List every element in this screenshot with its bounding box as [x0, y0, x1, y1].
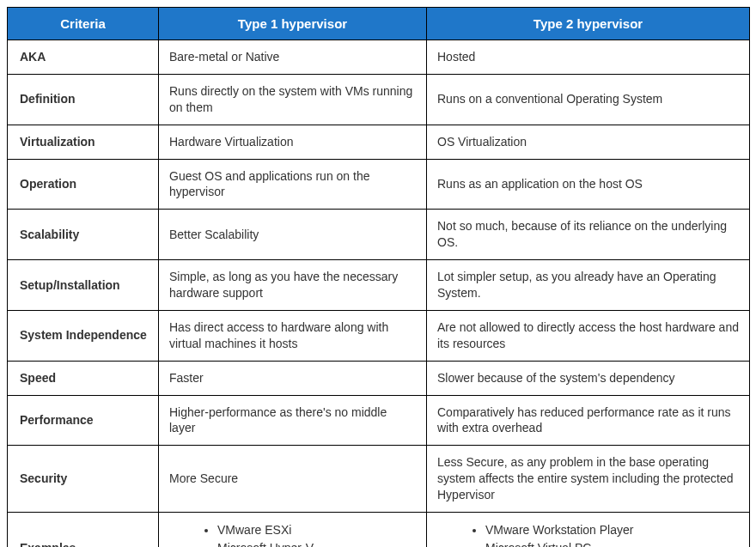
table-row: Setup/InstallationSimple, as long as you… — [8, 260, 750, 311]
type1-cell: Higher-performance as there's no middle … — [159, 395, 427, 446]
type1-examples-list: VMware ESXiMicrosoft Hyper-VCitrix XenSe… — [169, 521, 416, 547]
list-item: VMware ESXi — [217, 521, 416, 539]
header-criteria: Criteria — [8, 8, 159, 40]
table-row: VirtualizationHardware VirtualizationOS … — [8, 125, 750, 159]
criteria-cell: Examples — [8, 513, 159, 547]
criteria-cell: Definition — [8, 74, 159, 125]
list-item: Microsoft Hyper-V — [217, 539, 416, 547]
type1-cell: Hardware Virtualization — [159, 125, 427, 159]
type2-cell: Runs as an application on the host OS — [427, 159, 750, 210]
type2-cell: Comparatively has reduced performance ra… — [427, 395, 750, 446]
header-type1: Type 1 hypervisor — [159, 8, 427, 40]
table-row: System IndependenceHas direct access to … — [8, 310, 750, 361]
hypervisor-comparison-table: Criteria Type 1 hypervisor Type 2 hyperv… — [7, 7, 750, 547]
type2-cell: OS Virtualization — [427, 125, 750, 159]
type1-cell: Bare-metal or Native — [159, 40, 427, 75]
table-row: PerformanceHigher-performance as there's… — [8, 395, 750, 446]
criteria-cell: Performance — [8, 395, 159, 446]
table-body: AKABare-metal or NativeHostedDefinitionR… — [8, 40, 750, 548]
list-item: Microsoft Virtual PC — [485, 539, 739, 547]
type1-cell: Simple, as long as you have the necessar… — [159, 260, 427, 311]
type2-cell: Less Secure, as any problem in the base … — [427, 446, 750, 513]
type2-cell: Slower because of the system's dependenc… — [427, 361, 750, 395]
type2-cell: Runs on a conventional Operating System — [427, 74, 750, 125]
criteria-cell: Operation — [8, 159, 159, 210]
type2-cell: Not so much, because of its reliance on … — [427, 210, 750, 260]
table-row: OperationGuest OS and applications run o… — [8, 159, 750, 210]
type2-cell: Are not allowed to directly access the h… — [427, 310, 750, 361]
criteria-cell: Speed — [8, 361, 159, 395]
type2-cell: VMware Workstation PlayerMicrosoft Virtu… — [427, 513, 750, 547]
table-row: SpeedFasterSlower because of the system'… — [8, 361, 750, 395]
criteria-cell: Security — [8, 446, 159, 513]
criteria-cell: Scalability — [8, 210, 159, 260]
table-row: AKABare-metal or NativeHosted — [8, 40, 750, 75]
type2-cell: Hosted — [427, 40, 750, 75]
table-row-examples: ExamplesVMware ESXiMicrosoft Hyper-VCitr… — [8, 513, 750, 547]
type1-cell: Faster — [159, 361, 427, 395]
type1-cell: Better Scalability — [159, 210, 427, 260]
criteria-cell: Setup/Installation — [8, 260, 159, 311]
type1-cell: Guest OS and applications run on the hyp… — [159, 159, 427, 210]
type2-cell: Lot simpler setup, as you already have a… — [427, 260, 750, 311]
type1-cell: VMware ESXiMicrosoft Hyper-VCitrix XenSe… — [159, 513, 427, 547]
criteria-cell: System Independence — [8, 310, 159, 361]
header-type2: Type 2 hypervisor — [427, 8, 750, 40]
type1-cell: More Secure — [159, 446, 427, 513]
table-row: ScalabilityBetter ScalabilityNot so much… — [8, 210, 750, 260]
table-row: SecurityMore SecureLess Secure, as any p… — [8, 446, 750, 513]
criteria-cell: Virtualization — [8, 125, 159, 159]
type1-cell: Has direct access to hardware along with… — [159, 310, 427, 361]
table-row: DefinitionRuns directly on the system wi… — [8, 74, 750, 125]
type1-cell: Runs directly on the system with VMs run… — [159, 74, 427, 125]
criteria-cell: AKA — [8, 40, 159, 75]
table-header-row: Criteria Type 1 hypervisor Type 2 hyperv… — [8, 8, 750, 40]
list-item: VMware Workstation Player — [485, 521, 739, 539]
type2-examples-list: VMware Workstation PlayerMicrosoft Virtu… — [437, 521, 739, 547]
